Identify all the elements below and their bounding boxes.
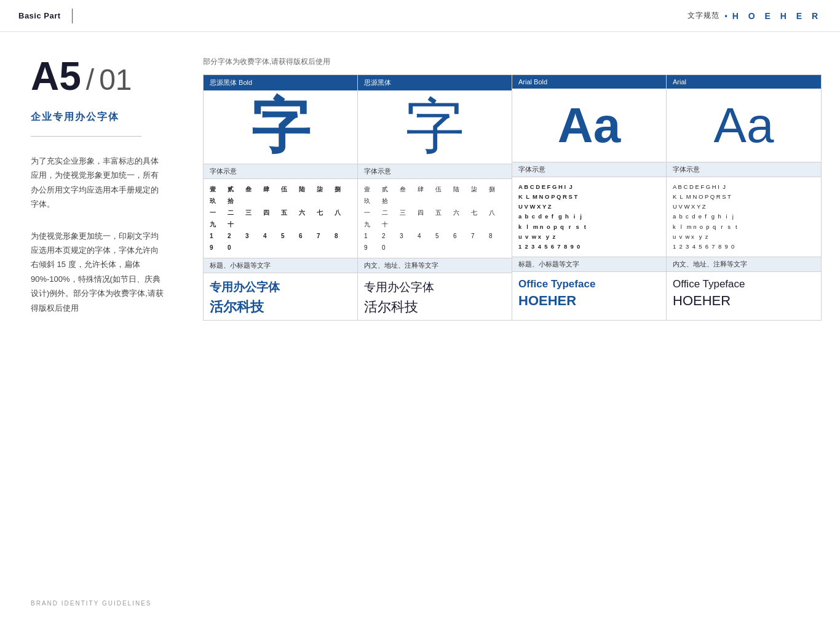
usage-header-3: 标题、小标题等文字 (512, 257, 666, 272)
font-col-4: Arial Aa 字体示意 A B C D E F G H I J K L M … (667, 75, 821, 320)
usage-text1-4: Office Typeface (673, 278, 815, 290)
main-content: 部分字体为收费字体,请获得版权后使用 思源黑体 Bold 字 字体示意 壹贰叁肆… (184, 32, 840, 619)
usage-header-4: 内文、地址、注释等文字 (667, 257, 821, 272)
page-num-right: 01 (99, 65, 132, 95)
usage-text1-3: Office Typeface (518, 278, 660, 290)
usage-content-3: Office Typeface HOEHER (512, 272, 666, 313)
font-col-4-header: Arial (667, 75, 821, 89)
font-col-1: 思源黑体 Bold 字 字体示意 壹贰叁肆伍陆柒捌 玖拾 一二三四五六七八 九十 (204, 75, 358, 320)
usage-text2-4: HOEHER (673, 293, 815, 309)
header-basic-part-label: Basic Part (18, 11, 61, 20)
char-display-4: Aa (667, 89, 821, 162)
page-num-slash: / (86, 65, 94, 95)
header-right: 文字规范 • H O E H E R (687, 10, 822, 21)
sidebar-desc2: 为使视觉形象更加统一，印刷文字均应选用本页规定的字体，字体允许向右倾斜 15 度… (31, 229, 166, 315)
header-brand: H O E H E R (732, 11, 822, 21)
char-latin-bold: Aa (558, 97, 620, 154)
char-samples-4: A B C D E F G H I J K L M N O P Q R S T … (667, 177, 821, 257)
header-left: Basic Part (18, 9, 75, 23)
page-content: A5 / 01 企业专用办公字体 为了充实企业形象，丰富标志的具体应用，为使视觉… (0, 32, 840, 619)
footer-text: BRAND IDENTITY GUIDELINES (31, 600, 152, 607)
usage-text1-2: 专用办公字体 (364, 279, 505, 295)
usage-text2-1: 活尔科技 (210, 298, 351, 316)
usage-text1-1: 专用办公字体 (210, 279, 351, 295)
font-grid: 思源黑体 Bold 字 字体示意 壹贰叁肆伍陆柒捌 玖拾 一二三四五六七八 九十 (203, 74, 822, 321)
page-num-bold: A5 (31, 57, 81, 96)
font-col-3: Arial Bold Aa 字体示意 A B C D E F G H I J K… (512, 75, 667, 320)
char-latin-regular: Aa (714, 97, 774, 154)
usage-text2-3: HOEHER (518, 293, 660, 309)
header-text-label: 文字规范 (687, 10, 719, 21)
char-samples-header-3: 字体示意 (512, 162, 666, 177)
char-chinese-bold: 字 (251, 87, 310, 167)
char-samples-1: 壹贰叁肆伍陆柒捌 玖拾 一二三四五六七八 九十 12345678 90 (204, 179, 357, 258)
usage-header-1: 标题、小标题等文字 (204, 258, 357, 273)
char-samples-2: 壹贰叁肆伍陆柒捌 玖拾 一二三四五六七八 九十 12345678 90 (358, 179, 512, 258)
usage-header-2: 内文、地址、注释等文字 (358, 258, 512, 273)
sidebar-divider (31, 136, 141, 137)
char-display-2: 字 (358, 90, 512, 164)
char-display-1: 字 (204, 90, 357, 164)
font-col-3-header: Arial Bold (512, 75, 666, 89)
note-text: 部分字体为收费字体,请获得版权后使用 (203, 57, 822, 67)
font-col-2: 思源黑体 字 字体示意 壹贰叁肆伍陆柒捌 玖拾 一二三四五六七八 九十 1234 (358, 75, 512, 320)
header-divider (72, 9, 73, 23)
header-dot: • (724, 12, 727, 20)
page-number: A5 / 01 (31, 57, 166, 96)
footer: BRAND IDENTITY GUIDELINES (31, 600, 152, 607)
char-samples-3: A B C D E F G H I J K L M N O P Q R S T … (512, 177, 666, 257)
sidebar-desc1: 为了充实企业形象，丰富标志的具体应用，为使视觉形象更加统一，所有办公所用文字均应… (31, 154, 166, 212)
usage-content-1: 专用办公字体 活尔科技 (204, 273, 357, 320)
header: Basic Part 文字规范 • H O E H E R (0, 0, 840, 32)
usage-text2-2: 活尔科技 (364, 298, 505, 316)
char-display-3: Aa (512, 89, 666, 162)
usage-content-4: Office Typeface HOEHER (667, 272, 821, 313)
left-sidebar: A5 / 01 企业专用办公字体 为了充实企业形象，丰富标志的具体应用，为使视觉… (0, 32, 184, 619)
char-samples-header-4: 字体示意 (667, 162, 821, 177)
char-chinese-regular: 字 (405, 87, 464, 167)
page-subtitle: 企业专用办公字体 (31, 111, 166, 124)
usage-content-2: 专用办公字体 活尔科技 (358, 273, 512, 320)
